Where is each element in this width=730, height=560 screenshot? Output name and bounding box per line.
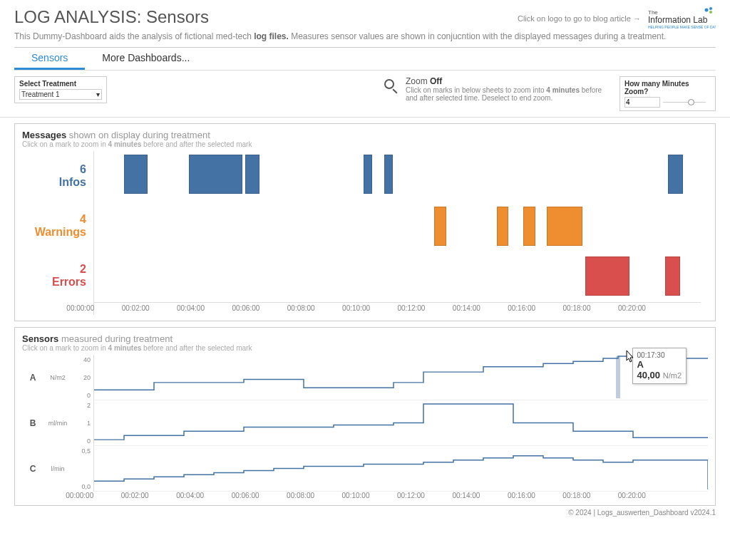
warnings-label: 4Warnings <box>22 201 93 251</box>
controls-bar: Select Treatment Treatment 1 ▾ Zoom Off … <box>0 71 730 118</box>
infos-label: 6Infos <box>22 151 93 201</box>
svg-text:Information Lab: Information Lab <box>648 15 708 25</box>
message-bar[interactable] <box>523 207 535 246</box>
chevron-down-icon: ▾ <box>96 90 100 98</box>
tooltip: 00:17:30 A 40,00 N/m2 <box>632 348 687 384</box>
logo[interactable]: The Information Lab HELPING PEOPLE MAKE … <box>648 7 716 30</box>
zoom-info: Zoom Off Click on marks in below sheets … <box>384 76 605 102</box>
message-bar[interactable] <box>384 155 393 194</box>
footer: © 2024 | Logs_auswerten_Dashboard v2024.… <box>0 506 730 519</box>
tabs: Sensors More Dashboards... <box>14 47 716 71</box>
sensor-row-c: C l/min 0,50,0 <box>22 446 708 492</box>
message-bar[interactable] <box>364 155 372 194</box>
tab-sensors[interactable]: Sensors <box>14 48 85 70</box>
page-title: LOG ANALYSIS: Sensors <box>14 7 518 27</box>
select-label: Select Treatment <box>19 80 102 88</box>
sensors-title: Sensors measured during treatment <box>22 333 708 344</box>
sensor-row-a: A N/m2 40200 <box>22 355 708 400</box>
svg-point-2 <box>709 11 712 14</box>
messages-panel: Messages shown on display during treatme… <box>14 123 716 321</box>
minutes-slider[interactable] <box>663 99 706 106</box>
svg-text:HELPING PEOPLE MAKE SENSE OF D: HELPING PEOPLE MAKE SENSE OF DATA <box>648 25 716 29</box>
subtitle: This Dummy-Dashboard aids the analysis o… <box>0 31 730 47</box>
sensor-plot-c[interactable] <box>93 446 708 492</box>
sensor-plot-a[interactable] <box>93 355 708 400</box>
svg-point-1 <box>709 7 712 10</box>
tab-more-dashboards[interactable]: More Dashboards... <box>85 48 207 70</box>
svg-point-0 <box>705 9 709 12</box>
message-bar[interactable] <box>189 155 242 194</box>
sensor-plot-b[interactable] <box>93 400 708 446</box>
magnifier-icon <box>384 79 400 95</box>
message-bar[interactable] <box>547 207 582 246</box>
treatment-dropdown[interactable]: Treatment 1 ▾ <box>19 89 102 100</box>
messages-title: Messages shown on display during treatme… <box>22 130 708 140</box>
message-bar[interactable] <box>497 207 509 246</box>
treatment-selector[interactable]: Select Treatment Treatment 1 ▾ <box>14 76 107 103</box>
message-bar[interactable] <box>124 155 148 194</box>
minutes-label: How many Minutes Zoom? <box>624 80 711 95</box>
minutes-input[interactable] <box>624 97 660 108</box>
sensors-panel: Sensors measured during treatment Click … <box>14 327 716 506</box>
message-bar[interactable] <box>668 155 683 194</box>
messages-sub: Click on a mark to zoom in 4 minutes bef… <box>22 140 708 148</box>
blog-link-text: Click on logo to go to blog article → <box>518 14 641 23</box>
zoom-minutes-box: How many Minutes Zoom? <box>620 76 716 111</box>
message-bar[interactable] <box>434 207 446 246</box>
sensors-sub: Click on a mark to zoom in 4 minutes bef… <box>22 344 708 352</box>
zoom-desc: Click on marks in below sheets to zoom i… <box>406 86 605 102</box>
message-bar[interactable] <box>585 256 629 296</box>
message-bar[interactable] <box>245 155 260 194</box>
errors-label: 2Errors <box>22 251 93 301</box>
header: LOG ANALYSIS: Sensors Click on logo to g… <box>0 0 730 31</box>
message-bar[interactable] <box>665 256 680 296</box>
svg-rect-6 <box>616 356 620 398</box>
messages-chart[interactable]: 00:00:0000:02:0000:04:0000:06:0000:08:00… <box>93 151 708 315</box>
sensor-row-b: B ml/min 210 <box>22 400 708 446</box>
zoom-status: Zoom Off <box>406 76 605 86</box>
